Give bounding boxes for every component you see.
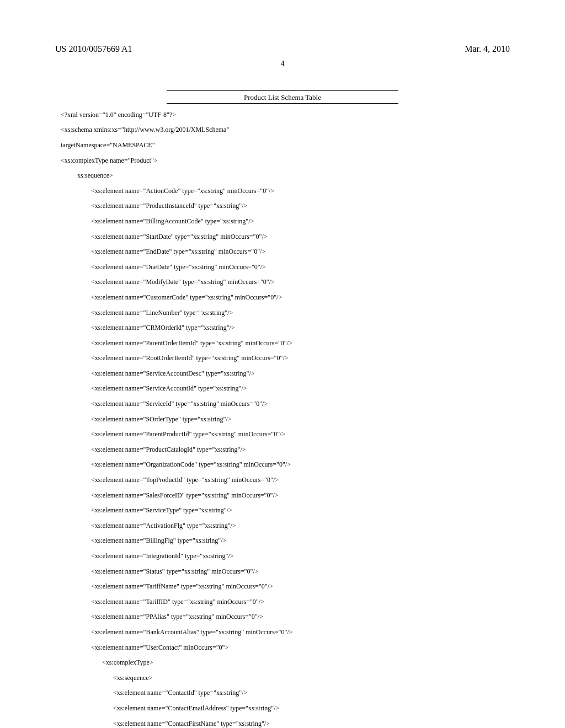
code-line: <xs:element name="ServiceAccountId" type… <box>61 385 510 393</box>
code-line: <xs:element name="ModifyDate" type="xs:s… <box>61 279 510 286</box>
page-number: 4 <box>55 60 510 68</box>
code-line: <xs:complexType> <box>61 659 510 667</box>
code-line: <xs:element name="UserContact" minOccurs… <box>61 644 510 652</box>
page-header: US 2010/0057669 A1 Mar. 4, 2010 <box>55 44 510 54</box>
publication-number: US 2010/0057669 A1 <box>55 44 132 54</box>
patent-page: US 2010/0057669 A1 Mar. 4, 2010 4 Produc… <box>0 0 565 728</box>
schema-code-block: <?xml version="1.0" encoding="UTF-8"?> <… <box>61 104 510 728</box>
code-line: <xs:element name="ActivationFlg" type="x… <box>61 522 510 530</box>
code-line: <xs:element name="CRMOrderId" type="xs:s… <box>61 324 510 332</box>
table-rule-top <box>167 90 398 91</box>
publication-date: Mar. 4, 2010 <box>465 44 510 54</box>
code-line: targetNamespace="NAMESPACE" <box>61 142 510 149</box>
code-line: <xs:complexType name="Product"> <box>61 157 510 165</box>
code-line: <xs:element name="ParentProductId" type=… <box>61 431 510 438</box>
code-line: <xs:element name="EndDate" type="xs:stri… <box>61 248 510 256</box>
code-line: <xs:element name="ContactEmailAddress" t… <box>61 705 510 713</box>
code-line: <?xml version="1.0" encoding="UTF-8"?> <box>61 111 510 119</box>
code-line: <xs:element name="SalesForceID" type="xs… <box>61 492 510 500</box>
code-line: <xs:element name="ContactFirstName" type… <box>61 720 510 728</box>
code-line: <xs:element name="BankAccountAlias" type… <box>61 629 510 636</box>
code-line: <xs:schema xmlns:xs="http://www.w3.org/2… <box>61 126 510 134</box>
code-line: <xs:element name="ParentOrderItemId" typ… <box>61 340 510 347</box>
code-line: <xs:element name="BillingAccountCode" ty… <box>61 218 510 226</box>
code-line: <xs:element name="SOrderType" type="xs:s… <box>61 416 510 424</box>
table-title: Product List Schema Table <box>55 93 510 102</box>
code-line: <xs:element name="ServiceAccountDesc" ty… <box>61 370 510 378</box>
code-line: <xs:element name="BillingFlg" type="xs:s… <box>61 537 510 545</box>
code-line: <xs:element name="ServiceType" type="xs:… <box>61 507 510 515</box>
code-line: <xs:element name="TopProductId" type="xs… <box>61 477 510 484</box>
code-line: <xs:element name="ProductInstanceId" typ… <box>61 202 510 210</box>
code-line: <xs:element name="ServiceId" type="xs:st… <box>61 400 510 408</box>
code-line: <xs:element name="LineNumber" type="xs:s… <box>61 309 510 317</box>
code-line: xs:sequence> <box>61 172 510 180</box>
code-line: <xs:element name="IntegrationId" type="x… <box>61 553 510 560</box>
code-line: <xs:element name="ContactId" type="xs:st… <box>61 689 510 697</box>
code-line: <xs:element name="StartDate" type="xs:st… <box>61 233 510 241</box>
code-line: <xs:element name="TariffID" type="xs:str… <box>61 598 510 606</box>
code-line: <xs:element name="DueDate" type="xs:stri… <box>61 264 510 271</box>
code-line: <xs:element name="RootOrderItemId" type=… <box>61 355 510 362</box>
code-line: <xs:element name="PPAlias" type="xs:stri… <box>61 613 510 621</box>
code-line: <xs:element name="TariffName" type="xs:s… <box>61 583 510 591</box>
code-line: <xs:element name="ProductCatalogId" type… <box>61 446 510 454</box>
code-line: <xs:element name="CustomerCode" type="xs… <box>61 294 510 302</box>
code-line: <xs:element name="ActionCode" type="xs:s… <box>61 188 510 195</box>
code-line: <xs:element name="OrganizationCode" type… <box>61 461 510 469</box>
code-line: <xs:element name="Status" type="xs:strin… <box>61 568 510 576</box>
code-line: <xs:sequence> <box>61 675 510 682</box>
